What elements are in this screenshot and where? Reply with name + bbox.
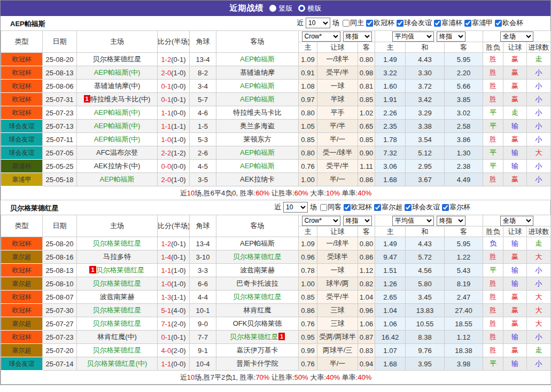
league-filter[interactable]: 球会友谊 [402,202,440,212]
avg-away-odds-cell: 5.66 [445,80,483,93]
summary-segment: 场,胜6平4负0, 胜率: [195,189,255,197]
summary-segment: 40% [358,373,371,381]
league-type-cell: 欧冠杯 [1,80,43,93]
result-value: 赢 [511,95,518,103]
match-row: 欧冠杯25-08-13AEP帕福斯(中)2-0(1-0)8-2基辅迪纳摩0.91… [1,66,551,80]
same-venue-checkbox[interactable] [320,204,327,211]
league-checkbox[interactable] [374,204,381,211]
avg-draw-odds-cell: 5.72 [406,250,445,264]
fulltime-score: 7-1 [161,320,171,328]
handicap-result-cell: 赢 [503,80,527,93]
same-venue-checkbox[interactable] [343,20,350,27]
league-checkbox[interactable] [366,20,373,27]
average-select[interactable]: 平均值 [392,32,434,42]
away-team-cell: 基辅迪纳摩 [216,66,299,80]
league-filter[interactable]: 欧冠杯 [342,202,372,212]
bookmaker-select[interactable]: Crow* [302,32,340,42]
corner-cell: 4-4 [190,291,216,304]
page-title: 近期战绩 [230,3,264,13]
bookmaker-select[interactable]: Crow* [302,216,340,226]
fulltime-select[interactable]: 全场 [500,216,533,226]
away-team-name: OFK贝尔格莱德 [233,319,282,327]
average-stage-select[interactable]: 终指 [437,216,465,226]
avg-home-odds-cell: 7.32 [375,146,406,160]
league-filter[interactable]: 欧冠杯 [364,18,394,28]
avg-away-odds-cell: 1.12 [445,331,483,344]
league-filter[interactable]: 塞尔超 [372,202,402,212]
winlose-result-cell: 胜 [483,53,503,66]
corner-cell: 10-4 [190,357,216,371]
summary-segment: 60% [294,189,308,197]
league-filter[interactable]: 球会友谊 [394,18,432,28]
date-cell: 25-07-23 [43,331,77,344]
average-select[interactable]: 平均值 [392,216,434,226]
corner-cell: 9-0 [190,317,216,331]
home-team-cell: 贝尔格莱德红星 [77,237,158,250]
away-team-cell: 莱顿东方 [216,133,299,146]
col-header-type: 类型 [1,31,43,53]
match-count-select[interactable]: 10 [306,18,330,28]
league-filter[interactable]: 塞尔杯 [440,202,470,212]
same-venue-filter[interactable]: 同主 [340,18,364,28]
fulltime-score: 1-0 [161,280,171,288]
sub-header-handicap: 让球 [317,226,358,237]
halftime-score: (0-1) [171,96,185,104]
handicap-result-cell: 赢 [503,344,527,357]
team-filter-row: AEP帕福斯 近10场同主欧冠杯球会友谊塞浦杯塞浦甲欧会杯 [1,16,550,30]
avg-draw-odds-cell: 4.56 [406,264,445,277]
away-team-cell: 嘉沃伊万基卡 [216,344,299,357]
score-cell: 2-0(1-0) [158,66,190,80]
avg-away-odds-cell: 1.22 [445,250,483,264]
league-type-cell: 欧冠杯 [1,304,43,317]
league-checkbox[interactable] [397,20,403,27]
winlose-result-cell: 胜 [483,93,503,106]
home-team-name: 贝尔格莱德红星 [93,306,142,314]
league-label: 球会友谊 [412,202,440,212]
league-checkbox[interactable] [344,204,351,211]
league-filter[interactable]: 塞浦甲 [462,18,493,28]
games-label: 场 [310,202,317,212]
average-stage-select[interactable]: 终指 [437,32,465,42]
same-venue-filter[interactable]: 同客 [318,202,342,212]
summary-segment: 10 [187,189,195,197]
odds-stage-select[interactable]: 终指 [343,216,372,226]
result-value: 赢 [511,175,518,183]
goals-result-cell: 小 [527,357,551,371]
match-row: 球会友谊25-07-05AFC温布尔登2-2(1-2)2-6AEP帕福斯0.80… [1,146,551,160]
fulltime-score: 2-2 [161,149,171,157]
league-checkbox[interactable] [464,20,471,27]
league-checkbox[interactable] [405,204,412,211]
result-value: 平 [490,162,496,170]
league-checkbox[interactable] [495,20,502,27]
league-filter[interactable]: 欧会杯 [493,18,523,28]
crow-home-odds-cell: 0.91 [299,66,317,80]
league-type-cell: 欧冠杯 [1,331,43,344]
crow-handicap-cell: 受球半 [317,250,358,264]
summary-segment: 近 [180,189,187,197]
odds-stage-select[interactable]: 终指 [343,32,372,42]
handicap-result-cell: 输 [503,120,527,133]
col-header-home: 主场 [77,215,158,237]
avg-draw-odds-cell: 5.12 [406,146,445,160]
summary-segment: 50% [294,373,308,381]
home-team-cell: 贝尔格莱德红星 [77,53,158,66]
date-cell: 25-07-23 [43,106,77,120]
league-checkbox[interactable] [434,20,441,27]
league-filter[interactable]: 塞浦杯 [432,18,462,28]
fulltime-select[interactable]: 全场 [500,32,533,42]
away-team-name: 贝尔格莱德红星 [230,333,278,341]
match-count-select[interactable]: 10 [283,202,308,213]
away-team-cell: 特拉维夫马卡比 [216,106,299,120]
league-checkbox[interactable] [442,204,449,211]
result-value: 胜 [490,175,496,183]
sub-header-handicap-result: 让球 [503,42,527,53]
winlose-result-cell: 胜 [483,317,503,331]
crow-handicap-cell: 受平/半 [317,66,358,80]
league-label: 塞尔杯 [449,202,470,212]
layout-radio-horizontal[interactable]: 横版 [298,4,322,13]
date-cell: 25-08-13 [43,66,77,80]
goals-result-cell: 小 [527,106,551,120]
sub-header-avg-home: 主 [375,42,406,53]
layout-radio-vertical[interactable]: 竖版 [269,4,293,13]
halftime-score: (0-0) [171,82,185,90]
